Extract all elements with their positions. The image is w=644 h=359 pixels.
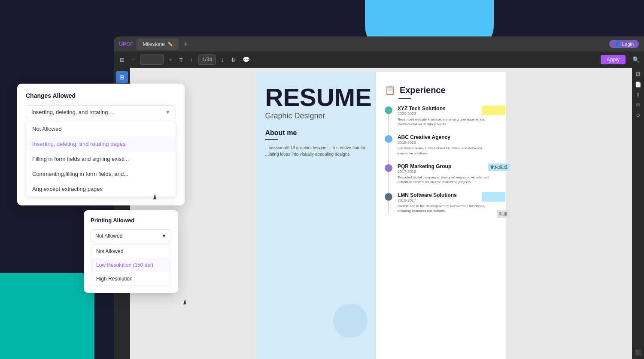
printing-option-high-res[interactable]: High Resolution: [91, 272, 171, 286]
page-info: 1 / 34: [198, 54, 216, 65]
changes-dropdown-menu: Not Allowed Inserting, deleting, and rot…: [26, 121, 176, 197]
comment-button[interactable]: 💬: [241, 55, 252, 64]
changes-dropdown-trigger[interactable]: Inserting, deleting, and rotating ... ▼: [26, 105, 176, 119]
decorative-circle: [333, 304, 368, 338]
user-icon: 👤: [614, 41, 620, 47]
zoom-input[interactable]: 640%: [140, 54, 164, 65]
timeline-item: XYZ Tech Solutions 2020-2023 Revamped we…: [385, 106, 497, 127]
timeline-item: LMN Software Solutions 2010-2017 Contrib…: [385, 192, 497, 213]
right-sidebar: 🖼 📄 ⬆ ✉ ⚙ ⬛: [632, 68, 644, 359]
changes-panel-title: Changes Allowed: [26, 92, 176, 99]
zoom-in-button[interactable]: +: [167, 56, 174, 64]
cn-label-2: 对接: [497, 210, 510, 218]
pdf-right-column: 📋 Experience XYZ Tech Solutions 2020-202…: [376, 72, 506, 359]
tab-edit-icon: ✏️: [167, 42, 173, 46]
bg-teal-shape: [0, 273, 94, 359]
highlight-bar: [482, 106, 505, 115]
timeline-item: ABC Creative Agency 2019-2020 Led design…: [385, 134, 497, 155]
printing-allowed-panel: Printing Allowed Not Allowed ▼ Not Allow…: [84, 210, 178, 293]
highlight-bar-blue: [482, 192, 505, 202]
search-icon[interactable]: 🔍: [632, 56, 640, 63]
printing-dropdown-trigger[interactable]: Not Allowed ▼: [91, 229, 171, 242]
timeline-dot: [385, 193, 392, 201]
last-page-button[interactable]: ⇊: [229, 56, 237, 64]
experience-icon: 📋: [385, 85, 395, 95]
sidebar-item-grid[interactable]: ⊞: [116, 71, 128, 83]
changes-option-comment-fill[interactable]: Commenting,filling in form fields, and..…: [26, 166, 176, 181]
browser-titlebar: UPDF Milestone ✏️ + 👤 Login: [114, 36, 644, 51]
changes-allowed-panel: Changes Allowed Inserting, deleting, and…: [17, 84, 185, 205]
toolbar: ⊞ − 640% + ⇈ ↑ 1 / 34 ↓ ⇊ 💬 Apply 🔍: [114, 51, 644, 68]
job-desc: Led design team, crafted brand identitie…: [398, 146, 497, 155]
job-years: 2017-2019: [398, 169, 497, 174]
changes-option-fill-sign[interactable]: Filling in form fields and signing exist…: [26, 151, 176, 166]
timeline-dot: [385, 164, 392, 172]
first-page-button[interactable]: ⇈: [177, 56, 185, 64]
timeline-dot: [385, 135, 392, 143]
about-heading: About me: [265, 129, 368, 137]
right-file-icon[interactable]: 📄: [635, 81, 641, 87]
resume-title: RESUME: [265, 85, 368, 110]
timeline-item: PQR Marketing Group 2017-2019 Executed d…: [385, 163, 497, 184]
tab-label: Milestone: [143, 41, 164, 47]
right-settings-icon[interactable]: ⚙: [636, 112, 641, 118]
prev-page-button[interactable]: ↑: [188, 56, 195, 64]
timeline-content: PQR Marketing Group 2017-2019 Executed d…: [398, 163, 497, 184]
pdf-area: RESUME Graphic Designer About me ...pass…: [130, 68, 632, 359]
login-button[interactable]: 👤 Login: [609, 40, 639, 48]
job-years: 2019-2020: [398, 140, 497, 145]
active-tab[interactable]: Milestone ✏️: [137, 39, 178, 50]
browser-window: UPDF Milestone ✏️ + 👤 Login ⊞ − 640% + ⇈…: [114, 36, 644, 359]
changes-option-not-allowed[interactable]: Not Allowed: [26, 121, 176, 136]
right-image-icon[interactable]: 🖼: [635, 71, 641, 77]
printing-option-low-res[interactable]: Low Resolution (150 dpi): [91, 258, 171, 272]
updf-logo: UPDF: [119, 41, 133, 47]
company-name: ABC Creative Agency: [398, 134, 497, 140]
apply-button[interactable]: Apply: [601, 55, 626, 64]
printing-option-not-allowed[interactable]: Not Allowed: [91, 244, 171, 258]
timeline-dot: [385, 106, 392, 114]
timeline-content: ABC Creative Agency 2019-2020 Led design…: [398, 134, 497, 155]
job-desc: Contributed to the development of user-c…: [398, 204, 497, 213]
job-desc: Revamped website interface, enhancing us…: [398, 117, 497, 127]
cn-label-1: 化化集成: [488, 163, 510, 171]
pdf-page: RESUME Graphic Designer About me ...pass…: [257, 72, 506, 359]
right-mail-icon[interactable]: ✉: [636, 102, 640, 108]
experience-header: 📋 Experience: [385, 85, 497, 95]
experience-divider: [398, 98, 411, 99]
zoom-out-button[interactable]: −: [130, 56, 137, 64]
changes-selected-value: Inserting, deleting, and rotating ...: [31, 109, 114, 115]
next-page-button[interactable]: ↓: [219, 56, 226, 64]
changes-option-insert-delete[interactable]: Inserting, deleting, and rotating pages: [26, 136, 176, 151]
printing-selected-value: Not Allowed: [95, 233, 122, 239]
job-desc: Executed digital campaigns, designed eng…: [398, 175, 497, 184]
chevron-down-icon: ▼: [165, 109, 170, 115]
printing-panel-title: Printing Allowed: [91, 217, 171, 223]
timeline: XYZ Tech Solutions 2020-2023 Revamped we…: [385, 106, 497, 214]
toolbar-grid-icon[interactable]: ⊞: [118, 56, 126, 64]
new-tab-button[interactable]: +: [184, 40, 188, 48]
pdf-left-column: RESUME Graphic Designer About me ...pass…: [257, 72, 376, 359]
about-section: About me ...passionate UI graphic design…: [265, 129, 368, 157]
printing-chevron-icon: ▼: [161, 233, 167, 239]
changes-option-any-except[interactable]: Ang except extracting pages: [26, 181, 176, 196]
resume-subtitle: Graphic Designer: [265, 112, 368, 121]
right-bottom-icon[interactable]: ⬛: [635, 350, 641, 356]
company-name: PQR Marketing Group: [398, 163, 497, 169]
printing-dropdown-menu: Not Allowed Low Resolution (150 dpi) Hig…: [91, 244, 171, 286]
about-text: ...passionate UI graphic designer ...a c…: [265, 145, 368, 157]
right-upload-icon[interactable]: ⬆: [636, 92, 640, 98]
experience-title: Experience: [400, 85, 446, 95]
about-line-divider: [265, 139, 278, 140]
